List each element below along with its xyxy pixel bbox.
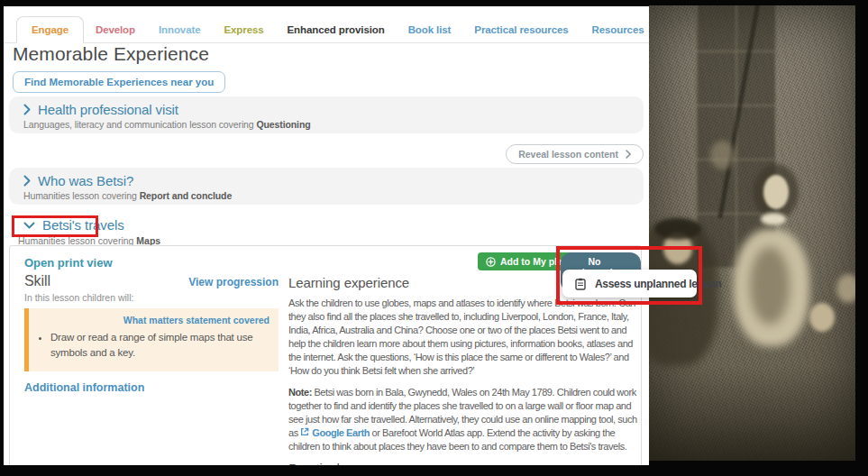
section-subtitle: Humanities lesson covering Report and co… xyxy=(23,190,629,201)
section-who-was-betsi[interactable]: Who was Betsi? Humanities lesson coverin… xyxy=(9,168,644,205)
tab-develop[interactable]: Develop xyxy=(84,17,147,42)
assess-unplanned-lesson-item[interactable]: Assess unplanned lesson xyxy=(595,278,721,290)
plus-circle-icon xyxy=(486,257,496,267)
engraving-collar xyxy=(761,213,786,225)
chevron-right-icon xyxy=(626,150,631,159)
what-matters-box: What matters statement covered Draw or r… xyxy=(24,308,279,371)
clipboard-icon xyxy=(575,278,586,290)
engraving-man-hat xyxy=(654,218,701,240)
engraving-bottom-shadow xyxy=(649,366,855,461)
skill-bullet: Draw or read a range of simple maps that… xyxy=(50,330,270,362)
tab-innovate[interactable]: Innovate xyxy=(147,17,213,42)
section-subtitle: Languages, literacy and communication le… xyxy=(23,119,629,130)
tab-book-list[interactable]: Book list xyxy=(397,17,463,42)
section-health-professional-visit[interactable]: Health professional visit Languages, lit… xyxy=(9,96,644,133)
google-earth-link[interactable]: Google Earth xyxy=(300,427,370,438)
engraving-right-face-2 xyxy=(836,274,855,303)
skill-intro: In this lesson children will: xyxy=(24,292,279,303)
section-title[interactable]: Who was Betsi? xyxy=(38,173,133,188)
practical-resources-heading: Practical resources xyxy=(288,461,641,465)
engraving-right-face-1 xyxy=(809,303,835,332)
chevron-down-icon xyxy=(23,222,35,229)
skill-column: Skill View progression In this lesson ch… xyxy=(24,273,279,394)
find-experiences-button[interactable]: Find Memorable Experiences near you xyxy=(13,71,225,93)
tab-engage[interactable]: Engage xyxy=(16,16,84,43)
engraving-background-face xyxy=(710,141,735,169)
learning-experience-column: Learning experience Ask the children to … xyxy=(288,275,641,465)
engraving-woman-face xyxy=(763,175,789,209)
tab-practical-resources[interactable]: Practical resources xyxy=(462,17,580,42)
page-title: Memorable Experience xyxy=(13,43,209,65)
chevron-right-icon xyxy=(23,104,31,115)
section-betsis-travels-header: Betsi's travels Humanities lesson coveri… xyxy=(23,217,160,246)
additional-information-link[interactable]: Additional information xyxy=(24,381,279,394)
reveal-lesson-content-button[interactable]: Reveal lesson content xyxy=(506,144,644,164)
note-paragraph: Note: Betsi was born in Bala, Gwynedd, W… xyxy=(288,386,641,453)
external-link-icon xyxy=(300,427,312,436)
section-title[interactable]: Health professional visit xyxy=(38,102,178,117)
betsi-engraving-image xyxy=(649,5,855,461)
section-betsis-travels-toggle[interactable]: Betsi's travels xyxy=(23,217,160,233)
view-progression-link[interactable]: View progression xyxy=(188,276,279,288)
what-matters-statement-link[interactable]: What matters statement covered xyxy=(37,315,270,325)
lesson-panel: Open print view Add to My planner No pla… xyxy=(9,245,642,465)
section-title[interactable]: Betsi's travels xyxy=(42,217,124,233)
engraving-shawl-shadow xyxy=(750,247,790,325)
skill-heading: Skill xyxy=(24,273,50,289)
chevron-right-icon xyxy=(23,175,31,187)
tab-enhanced-provision[interactable]: Enhanced provision xyxy=(276,17,397,42)
assess-dropdown-menu: Assess unplanned lesson xyxy=(562,270,697,298)
learning-experience-paragraph: Ask the children to use globes, maps and… xyxy=(288,297,641,378)
open-print-view-link[interactable]: Open print view xyxy=(24,256,113,270)
tab-express[interactable]: Express xyxy=(212,17,275,42)
main-page: Engage Develop Innovate Express Enhanced… xyxy=(4,6,649,465)
tab-bar: Engage Develop Innovate Express Enhanced… xyxy=(4,16,649,43)
tab-resources[interactable]: Resources xyxy=(580,17,649,42)
